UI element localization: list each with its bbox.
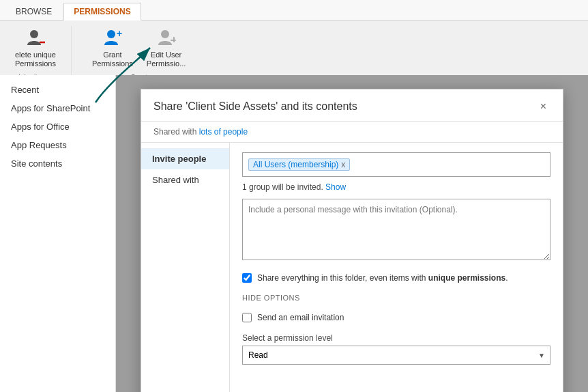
ribbon-group-grant: + GrantPermissions Edit UserPe — [88, 26, 201, 81]
modal-header: Share 'Client Side Assets' and its conte… — [141, 89, 563, 122]
ribbon-tabs: BROWSE PERMISSIONS — [0, 0, 588, 20]
invite-input[interactable]: All Users (membership) x — [242, 152, 550, 177]
permission-select[interactable]: Read Contribute Full Control — [242, 346, 550, 365]
message-textarea[interactable] — [242, 199, 550, 260]
group-info: 1 group will be invited. Show — [242, 182, 550, 192]
share-everything-label: Share everything in this folder, even it… — [257, 272, 508, 284]
email-invitation-option: Send an email invitation — [242, 311, 550, 324]
svg-point-0 — [30, 30, 38, 38]
nav-item-invite-people[interactable]: Invite people — [141, 148, 229, 169]
hide-options-link[interactable]: HIDE OPTIONS — [242, 294, 550, 302]
ribbon: BROWSE PERMISSIONS elete uniquePermissio… — [0, 0, 588, 87]
modal-overlay: Share 'Client Side Assets' and its conte… — [116, 75, 588, 392]
modal-body: Invite people Shared with All Users (mem… — [141, 143, 563, 392]
show-link[interactable]: Show — [325, 182, 346, 192]
svg-rect-6 — [173, 37, 175, 42]
shared-with-text: Shared with — [153, 127, 196, 137]
edit-user-permissions-label: Edit UserPermissio... — [147, 51, 186, 68]
delete-unique-label: elete uniquePermissions — [15, 51, 56, 68]
tab-browse[interactable]: BROWSE — [5, 3, 62, 20]
invite-tag-text: All Users (membership) — [253, 160, 338, 169]
sidebar-item-recent[interactable]: Recent — [0, 81, 115, 99]
modal-dialog: Share 'Client Side Assets' and its conte… — [141, 89, 563, 392]
sidebar: Recent Apps for SharePoint Apps for Offi… — [0, 75, 116, 392]
tab-permissions[interactable]: PERMISSIONS — [63, 3, 141, 20]
modal-subtitle: Shared with lots of people — [141, 122, 563, 143]
close-button[interactable]: × — [536, 99, 550, 114]
share-everything-option: Share everything in this folder, even it… — [242, 272, 550, 284]
sidebar-item-apps-sharepoint[interactable]: Apps for SharePoint — [0, 99, 115, 117]
invite-tag-remove[interactable]: x — [341, 160, 345, 169]
svg-point-4 — [161, 30, 169, 38]
email-invitation-checkbox[interactable] — [242, 313, 252, 322]
svg-text:+: + — [117, 28, 122, 39]
ribbon-group-inheritance: elete uniquePermissions Inheritance — [11, 26, 72, 81]
group-count-text: 1 group will be invited. — [242, 182, 323, 192]
lots-of-people-link[interactable]: lots of people — [199, 127, 248, 137]
grant-permissions-label: GrantPermissions — [92, 51, 133, 68]
modal-title: Share 'Client Side Assets' and its conte… — [153, 100, 357, 113]
email-invitation-label: Send an email invitation — [257, 311, 344, 324]
invite-tag: All Users (membership) x — [248, 158, 350, 171]
main-content: Share 'Client Side Assets' and its conte… — [116, 75, 588, 392]
modal-nav: Invite people Shared with — [141, 143, 230, 392]
sidebar-item-apps-office[interactable]: Apps for Office — [0, 117, 115, 136]
ribbon-buttons-grant: + GrantPermissions Edit UserPe — [88, 26, 190, 70]
nav-item-shared-with[interactable]: Shared with — [141, 169, 229, 191]
svg-point-2 — [107, 30, 115, 38]
person-remove-icon — [25, 27, 46, 49]
grant-permissions-button[interactable]: + GrantPermissions — [88, 26, 137, 70]
permission-select-wrap: Read Contribute Full Control ▼ — [242, 346, 550, 365]
delete-unique-permissions-button[interactable]: elete uniquePermissions — [11, 26, 60, 70]
edit-person-icon — [156, 27, 177, 49]
edit-user-permissions-button[interactable]: Edit UserPermissio... — [143, 26, 190, 70]
permission-level-label: Select a permission level — [242, 333, 550, 343]
sidebar-item-site-contents[interactable]: Site contents — [0, 154, 115, 173]
modal-form: All Users (membership) x 1 group will be… — [230, 143, 563, 392]
share-everything-checkbox[interactable] — [242, 273, 252, 283]
sidebar-item-app-requests[interactable]: App Requests — [0, 136, 115, 154]
grant-icon: + — [102, 27, 123, 49]
ribbon-buttons-inheritance: elete uniquePermissions — [11, 26, 60, 70]
